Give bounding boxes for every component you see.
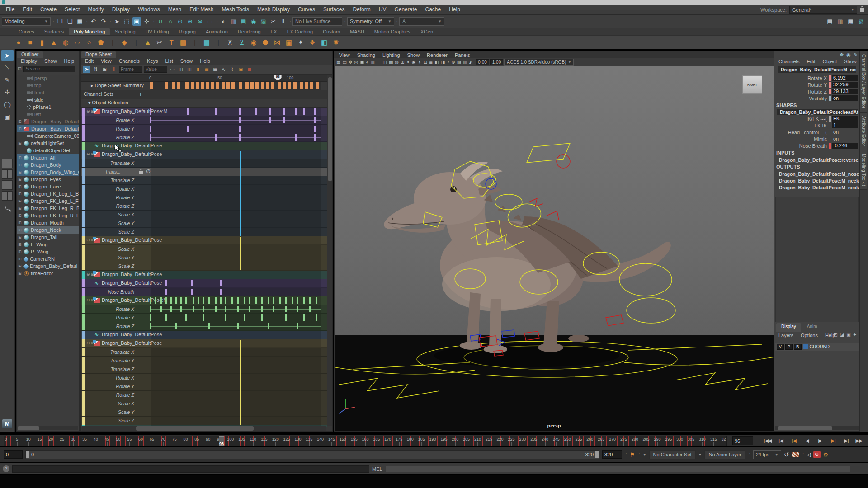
status-icon-1-0[interactable]: ↶: [89, 17, 98, 26]
keyframe[interactable]: [165, 82, 168, 89]
layout-preset-button-1[interactable]: [2, 169, 13, 179]
dope-row-rotate-z[interactable]: Rotate Z: [81, 133, 327, 142]
keyframe[interactable]: [172, 82, 175, 89]
dope-row-scale-x[interactable]: Scale X: [81, 245, 327, 253]
shelf-icon-7[interactable]: ⬟: [96, 38, 106, 47]
outliner-hscrollbar[interactable]: [18, 426, 78, 430]
output-node[interactable]: Dragon_Baby_DefaultPose:M_neck_curve_ble…: [774, 184, 859, 191]
lasso-tool[interactable]: ⟍: [1, 62, 14, 73]
status-icon-2-3[interactable]: ⊹: [142, 17, 151, 26]
channel-box-corner-icon-0[interactable]: ✥: [840, 52, 844, 58]
status-icon-4-5[interactable]: ✂: [269, 17, 278, 26]
keyframe[interactable]: [245, 82, 249, 89]
viewport-icon-2[interactable]: ✥: [348, 60, 353, 65]
keyframe[interactable]: [237, 297, 239, 304]
keyframe[interactable]: [231, 297, 233, 304]
channel-row-rotate-z[interactable]: Rotate Z29.133: [774, 88, 859, 95]
shelf-tab-rigging[interactable]: Rigging: [174, 28, 201, 35]
keyframe[interactable]: [196, 82, 199, 89]
range-slider[interactable]: 0 320: [25, 450, 599, 459]
keyframe[interactable]: [150, 117, 151, 123]
channel-row-head-control-[interactable]: Head _control ---(on: [774, 129, 859, 136]
keyframe[interactable]: [314, 117, 316, 123]
spreadsheet-icon[interactable]: ▦: [212, 66, 219, 73]
status-icon-1-1[interactable]: ↷: [99, 17, 108, 26]
channel-box-object-name[interactable]: Dragon_Baby_DefaultPose:M_neck_fk_3_cont…: [778, 66, 856, 73]
expand-icon[interactable]: ⊞: [18, 199, 22, 203]
colorspace-dropdown[interactable]: ACES 1.0 SDR-video (sRGB)▼: [504, 59, 574, 66]
key-area[interactable]: [151, 391, 321, 399]
keyframe[interactable]: [150, 82, 153, 89]
outliner-menu-help[interactable]: Help: [61, 58, 78, 64]
outliner-item-dragon_fk_leg_l_f[interactable]: ⊞Dragon_FK_Leg_L_F: [17, 197, 79, 205]
shelf-tab-mash[interactable]: MASH: [345, 28, 369, 35]
keyframe[interactable]: [160, 306, 162, 312]
expand-icon[interactable]: ⊞: [18, 192, 22, 196]
move-tool[interactable]: ✢: [1, 86, 14, 98]
viewport-icon-16[interactable]: ≣: [429, 60, 433, 65]
go-to-end-button[interactable]: ▶▶|: [854, 436, 865, 446]
region-scale-icon[interactable]: ◫: [177, 66, 184, 73]
menu-item-display[interactable]: Display: [108, 5, 134, 14]
dope-sheet-menu-list[interactable]: List: [162, 58, 176, 64]
keyframe[interactable]: [249, 297, 250, 304]
keyframe[interactable]: [191, 82, 194, 89]
command-input[interactable]: [12, 465, 369, 473]
menu-item-mesh-tools[interactable]: Mesh Tools: [218, 5, 253, 14]
dope-sheet-menu-show[interactable]: Show: [177, 58, 196, 64]
keyframe[interactable]: [203, 314, 204, 321]
keyframe[interactable]: [150, 314, 151, 321]
keyframe[interactable]: [268, 323, 269, 329]
keyframe[interactable]: [225, 297, 226, 304]
viewport-icon-8[interactable]: ◫: [382, 60, 387, 65]
expand-icon[interactable]: ⊞: [18, 184, 22, 189]
expand-icon[interactable]: ⊞: [18, 170, 22, 174]
dope-row-rotate-z[interactable]: Rotate Z: [81, 391, 327, 399]
keyframe[interactable]: [273, 297, 274, 304]
status-icon-3-0[interactable]: ∪: [156, 17, 165, 26]
expand-icon[interactable]: ⊞: [18, 235, 22, 239]
viewport-icon-6[interactable]: ▥: [370, 60, 375, 65]
keyframe[interactable]: [215, 297, 217, 304]
dope-row-rotate-y[interactable]: Rotate Y: [81, 382, 327, 391]
key-area[interactable]: [151, 150, 321, 159]
layer-color-swatch[interactable]: [803, 344, 808, 349]
keyframe[interactable]: [249, 306, 250, 312]
shelf-icon-26[interactable]: ◧: [319, 38, 329, 47]
shelf-tab-poly-modeling[interactable]: Poly Modeling: [69, 28, 110, 35]
keyframe[interactable]: [175, 323, 177, 329]
keyframe[interactable]: [220, 289, 222, 295]
mute-audio-icon[interactable]: ◁): [807, 452, 810, 458]
viewport-menu-shading[interactable]: Shading: [354, 52, 378, 58]
channel-value[interactable]: FK: [832, 116, 858, 122]
channel-value[interactable]: 29.133: [832, 89, 858, 94]
key-area[interactable]: [151, 133, 321, 141]
keyframe[interactable]: [201, 82, 204, 89]
viewport-icon-20[interactable]: ⊚: [451, 60, 455, 65]
dope-row-trans-[interactable]: Trans...∅: [81, 168, 327, 176]
outliner-item-dragon_body_wing_o[interactable]: ⊞Dragon_Body_Wing_O: [17, 169, 79, 176]
key-area[interactable]: [151, 228, 321, 236]
outliner-item-defaultobjectset[interactable]: defaultObjectSet: [17, 147, 79, 154]
dope-row-scale-y[interactable]: Scale Y: [81, 219, 327, 228]
outliner-tab[interactable]: Outliner: [17, 51, 43, 58]
scale-tool[interactable]: ▣: [1, 111, 14, 122]
channel-box-hscrollbar[interactable]: [775, 426, 859, 430]
keyframe[interactable]: [155, 297, 156, 304]
frame-field[interactable]: [119, 66, 142, 73]
dope-row-object-selection[interactable]: ▾ Object Selection: [81, 99, 327, 108]
expand-icon[interactable]: ⊞: [18, 155, 22, 160]
viewport-icon-15[interactable]: ⊡: [423, 60, 428, 65]
viewport-menu-panels[interactable]: Panels: [452, 52, 473, 58]
output-node[interactable]: Dragon_Baby_DefaultPose:M_neck_ikfk_plus…: [774, 177, 859, 184]
outliner-item-dragon_baby_defaul[interactable]: ⊞Dragon_Baby_Defaul: [17, 118, 79, 125]
mode-selector-dropdown[interactable]: Modeling▼: [2, 17, 51, 26]
shelf-icon-1[interactable]: ■: [25, 38, 35, 47]
dope-row-dragon-baby-defaultpose-m[interactable]: ⊖ ⊞Dragon_Baby_DefaultPose:M: [81, 108, 327, 116]
keyframe[interactable]: [193, 297, 194, 304]
keyframe[interactable]: [292, 297, 293, 304]
current-frame-field[interactable]: 96: [732, 436, 753, 445]
keyframe[interactable]: [314, 134, 316, 141]
keyframe[interactable]: [310, 82, 313, 89]
key-area[interactable]: [151, 116, 321, 124]
